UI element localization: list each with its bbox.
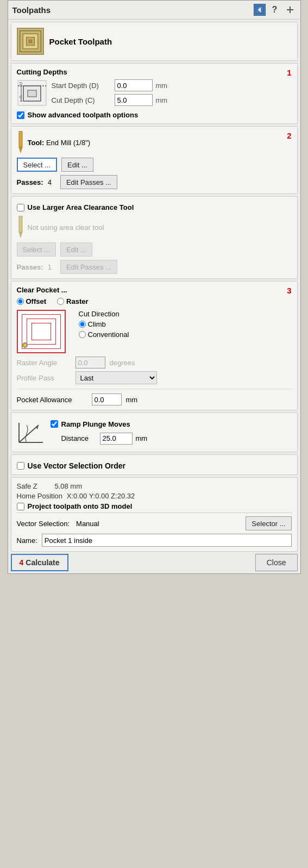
- tool-edit-button[interactable]: Edit ...: [61, 158, 93, 172]
- profile-pass-select[interactable]: Last First None: [76, 371, 157, 384]
- clearance-checkbox-row: Use Larger Area Clearance Tool: [17, 203, 292, 211]
- cutting-depths-section: Cutting Depths: [11, 63, 298, 124]
- safe-z-value: 5.08 mm: [54, 482, 82, 490]
- name-label: Name:: [17, 536, 37, 545]
- offset-raster-row: Offset Raster: [17, 297, 292, 305]
- tool-icon: [17, 131, 24, 154]
- clearance-tool-checkbox[interactable]: [17, 204, 24, 211]
- clearance-edit-button: Edit ...: [60, 242, 92, 257]
- home-position-label: Home Position: [17, 492, 63, 500]
- svg-text:D: D: [20, 82, 22, 85]
- svg-rect-17: [19, 131, 22, 147]
- ramp-checkbox[interactable]: [51, 420, 58, 428]
- profile-pass-row: Profile Pass Last First None: [17, 371, 292, 384]
- selector-button[interactable]: Selector ...: [246, 516, 291, 530]
- vector-selection-row: Vector Selection: Manual Selector ...: [17, 516, 292, 530]
- tool-name: End Mill (1/8"): [46, 139, 90, 147]
- cut-direction-section: Cut Direction Climb Conventional: [79, 310, 292, 339]
- svg-rect-19: [19, 216, 22, 232]
- raster-radio-item: Raster: [57, 297, 88, 305]
- advanced-options-checkbox[interactable]: [17, 111, 24, 119]
- tool-section: Tool: End Mill (1/8") Select ... Edit ..…: [11, 126, 298, 194]
- clearance-passes-label: Passes:: [17, 263, 43, 271]
- name-row: Name:: [17, 534, 292, 547]
- back-icon[interactable]: [254, 4, 266, 16]
- ramp-distance-row: Distance mm: [61, 433, 292, 445]
- svg-line-23: [19, 425, 39, 442]
- section2-num: 2: [287, 131, 291, 189]
- cutting-depths-title: Cutting Depths: [17, 68, 287, 76]
- svg-rect-11: [28, 90, 36, 97]
- project-label: Project toolpath onto 3D model: [28, 502, 133, 510]
- climb-radio-item: Climb: [79, 320, 292, 328]
- passes-label: Passes:: [17, 178, 43, 186]
- ramp-label: Ramp Plunge Moves: [61, 420, 130, 428]
- help-icon[interactable]: ?: [269, 4, 281, 16]
- bottom-bar: 4 Calculate Close: [11, 554, 298, 571]
- calculate-label: Calculate: [26, 558, 59, 567]
- safe-z-label: Safe Z: [17, 482, 37, 490]
- conventional-radio[interactable]: [79, 331, 86, 338]
- clearance-tool-icon: [17, 216, 24, 239]
- project-checkbox-row: Project toolpath onto 3D model: [17, 502, 292, 510]
- section3-num: 3: [287, 286, 291, 297]
- ramp-section: Ramp Plunge Moves Distance mm: [11, 413, 298, 452]
- raster-angle-unit: degrees: [110, 359, 135, 367]
- clearance-edit-passes-button: Edit Passes ...: [60, 260, 117, 274]
- passes-row: Passes: 4 Edit Passes ...: [17, 175, 287, 189]
- close-button[interactable]: Close: [255, 554, 298, 571]
- advanced-options-row: Show advanced toolpath options: [17, 111, 287, 119]
- clear-pocket-section: Clear Pocket ... 3 Offset Raster: [11, 281, 298, 410]
- allowance-label: Pocket Allowance: [17, 396, 87, 404]
- vector-order-label: Use Vector Selection Order: [28, 461, 126, 470]
- vector-order-row: Use Vector Selection Order: [17, 461, 292, 470]
- start-depth-unit: mm: [156, 82, 168, 90]
- cut-depth-input[interactable]: [115, 94, 153, 106]
- vector-order-checkbox[interactable]: [17, 462, 24, 470]
- info-section: Safe Z 5.08 mm Home Position X:0.00 Y:0.…: [11, 477, 298, 552]
- pin-icon[interactable]: [284, 4, 296, 16]
- tool-select-button[interactable]: Select ...: [17, 158, 58, 172]
- title-bar: Toolpaths ?: [8, 1, 300, 20]
- cut-depth-unit: mm: [156, 96, 168, 104]
- conventional-label: Conventional: [88, 330, 129, 339]
- ramp-icon: [17, 417, 45, 447]
- pocket-toolpath-header: Pocket Toolpath: [11, 22, 298, 61]
- vector-sel-value: Manual: [76, 520, 99, 528]
- passes-value: 4: [48, 178, 52, 186]
- safe-z-line: Safe Z 5.08 mm: [17, 482, 292, 490]
- scroll-container: Pocket Toolpath Cutting Depths: [8, 20, 300, 573]
- start-depth-input[interactable]: [115, 79, 153, 91]
- offset-radio[interactable]: [17, 298, 24, 305]
- raster-label-main: Raster: [66, 297, 88, 305]
- calculate-button[interactable]: 4 Calculate: [11, 554, 68, 571]
- climb-label: Climb: [88, 320, 106, 328]
- title-bar-icons: ?: [254, 4, 296, 16]
- home-position-line: Home Position X:0.00 Y:0.00 Z:20.32: [17, 492, 292, 500]
- edit-passes-button[interactable]: Edit Passes ...: [60, 175, 117, 189]
- tool-label: Tool:: [28, 139, 45, 147]
- calculate-num: 4: [20, 558, 24, 567]
- climb-radio[interactable]: [79, 321, 86, 328]
- ramp-content: Ramp Plunge Moves Distance mm: [17, 417, 292, 447]
- cut-depth-row: Cut Depth (C) mm: [52, 94, 168, 106]
- vector-order-section: Use Vector Selection Order: [11, 454, 298, 475]
- clearance-passes-row: Passes: 1 Edit Passes ...: [17, 260, 292, 274]
- raster-radio[interactable]: [57, 298, 64, 305]
- advanced-options-label: Show advanced toolpath options: [28, 111, 139, 119]
- project-checkbox[interactable]: [17, 503, 24, 510]
- window-title: Toolpaths: [12, 5, 51, 15]
- start-depth-row: Start Depth (D) mm: [52, 79, 168, 91]
- clearance-tool-label: Use Larger Area Clearance Tool: [28, 203, 134, 211]
- allowance-input[interactable]: [92, 394, 122, 405]
- no-clearance-tool-text: Not using area clear tool: [28, 223, 104, 232]
- pocket-toolpath-icon: [17, 28, 44, 55]
- vector-sel-label: Vector Selection:: [17, 520, 70, 528]
- ramp-checkbox-row: Ramp Plunge Moves: [51, 420, 292, 428]
- distance-input[interactable]: [100, 433, 133, 445]
- conventional-radio-item: Conventional: [79, 330, 292, 339]
- clear-pocket-title: Clear Pocket ...: [17, 286, 67, 294]
- name-input[interactable]: [42, 534, 292, 547]
- distance-label: Distance: [61, 434, 97, 442]
- cut-depth-label: Cut Depth (C): [52, 96, 111, 104]
